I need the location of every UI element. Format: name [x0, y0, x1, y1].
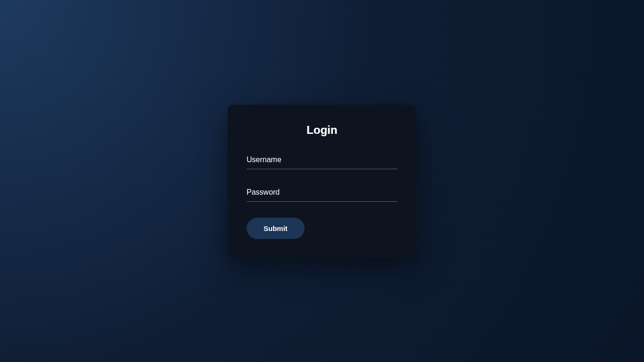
login-card: Login Username Password Submit [228, 105, 416, 258]
password-input[interactable] [247, 183, 397, 202]
username-input[interactable] [247, 151, 397, 169]
login-title: Login [247, 123, 397, 137]
username-field-wrapper: Username [247, 151, 397, 169]
submit-button[interactable]: Submit [247, 218, 305, 239]
password-field-wrapper: Password [247, 183, 397, 202]
